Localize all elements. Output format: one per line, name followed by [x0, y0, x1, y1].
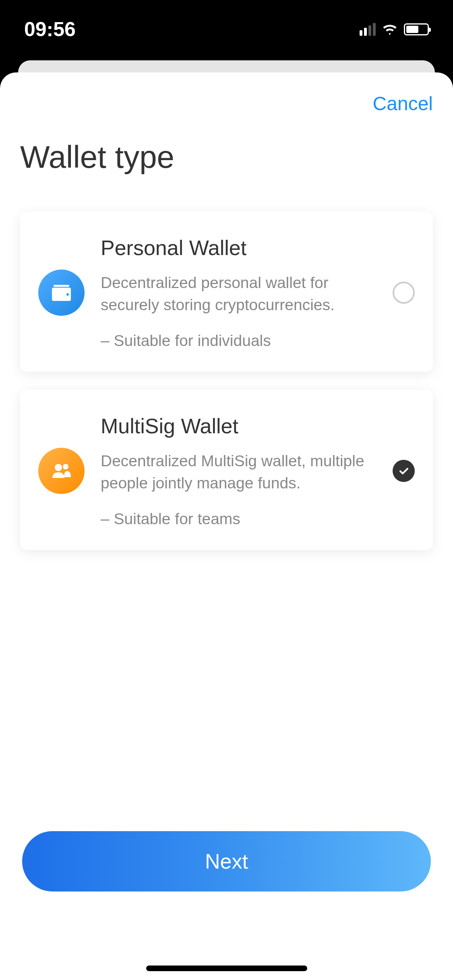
- option-suitability: – Suitable for teams: [101, 510, 376, 528]
- next-button[interactable]: Next: [22, 831, 431, 891]
- wallet-icon: [38, 270, 85, 316]
- option-description: Decentralized personal wallet for secure…: [101, 272, 376, 316]
- home-indicator[interactable]: [146, 966, 307, 971]
- svg-rect-1: [54, 285, 69, 287]
- svg-point-3: [55, 464, 62, 471]
- modal-sheet: Cancel Wallet type Personal Wallet Decen…: [0, 72, 453, 980]
- svg-point-2: [66, 293, 69, 296]
- option-multisig-wallet[interactable]: MultiSig Wallet Decentralized MultiSig w…: [20, 390, 433, 550]
- option-title: Personal Wallet: [101, 236, 376, 260]
- wifi-icon: [382, 23, 398, 35]
- svg-point-4: [63, 464, 68, 469]
- option-description: Decentralized MultiSig wallet, multiple …: [101, 450, 376, 494]
- page-title: Wallet type: [20, 139, 433, 175]
- status-time: 09:56: [24, 18, 76, 41]
- radio-unchecked-icon[interactable]: [393, 282, 415, 304]
- people-icon: [38, 448, 85, 494]
- status-icons: [360, 23, 429, 36]
- option-content: Personal Wallet Decentralized personal w…: [101, 236, 376, 350]
- cellular-signal-icon: [360, 23, 376, 36]
- modal-header: Cancel: [20, 93, 433, 115]
- option-personal-wallet[interactable]: Personal Wallet Decentralized personal w…: [20, 212, 433, 372]
- option-suitability: – Suitable for individuals: [101, 332, 376, 350]
- option-content: MultiSig Wallet Decentralized MultiSig w…: [101, 414, 376, 528]
- cancel-button[interactable]: Cancel: [373, 93, 433, 115]
- option-title: MultiSig Wallet: [101, 414, 376, 438]
- battery-icon: [404, 23, 429, 35]
- wallet-options: Personal Wallet Decentralized personal w…: [20, 212, 433, 550]
- status-bar: 09:56: [0, 0, 453, 58]
- radio-checked-icon[interactable]: [393, 460, 415, 482]
